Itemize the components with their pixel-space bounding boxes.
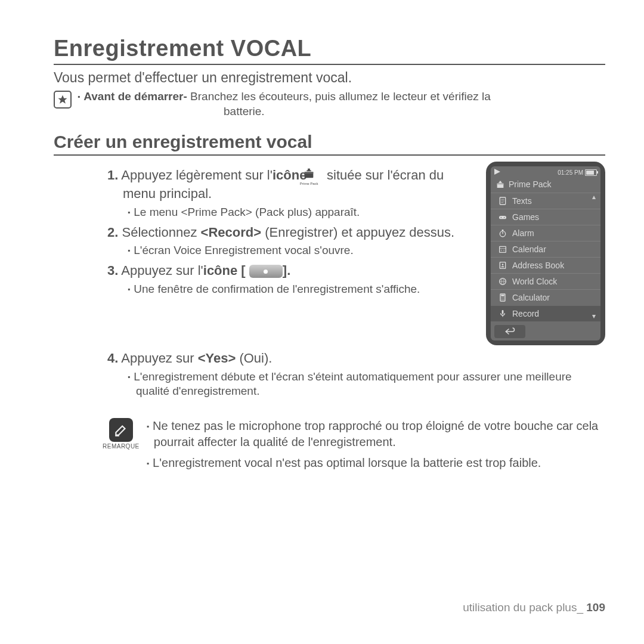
back-button[interactable]: [494, 325, 525, 338]
step-4: 4. Appuyez sur <Yes> (Oui).: [54, 350, 605, 367]
menu-games[interactable]: Games: [491, 209, 600, 225]
svg-marker-5: [494, 169, 500, 175]
menu-texts[interactable]: Texts: [491, 193, 600, 209]
svg-rect-7: [497, 184, 504, 185]
texts-icon: [498, 196, 507, 206]
svg-point-15: [501, 217, 502, 218]
step-2: 2. Sélectionnez <Record> (Enregistrer) e…: [54, 224, 474, 242]
remark-label: REMARQUE: [103, 443, 140, 450]
record-button-icon: [249, 265, 283, 278]
svg-rect-19: [502, 230, 504, 231]
svg-rect-14: [499, 216, 506, 219]
svg-point-31: [501, 298, 501, 298]
gamepad-icon: [498, 212, 507, 222]
svg-point-32: [502, 298, 503, 298]
mic-icon: [498, 309, 507, 318]
svg-point-33: [503, 298, 504, 298]
status-time: 01:25 PM: [558, 169, 583, 176]
svg-rect-20: [500, 247, 506, 253]
gift-icon: [496, 179, 505, 189]
remark-block: REMARQUE Ne tenez pas le microphone trop…: [54, 418, 605, 476]
svg-rect-2: [305, 172, 314, 174]
svg-marker-0: [58, 95, 67, 104]
step-3: 3. Appuyez sur l'icône [ ].: [54, 262, 474, 280]
menu-world-clock[interactable]: World Clock: [491, 273, 600, 289]
menu-alarm[interactable]: Alarm: [491, 225, 600, 241]
status-bar: 01:25 PM: [491, 166, 600, 178]
globe-icon: [498, 277, 507, 286]
stopwatch-icon: [498, 228, 507, 238]
remark-1: Ne tenez pas le microphone trop rapproch…: [147, 418, 605, 450]
menu-calculator[interactable]: Calculator: [491, 289, 600, 305]
menu-calendar[interactable]: Calendar: [491, 241, 600, 257]
step-3-sub: Une fenêtre de confirmation de l'enregis…: [54, 282, 474, 296]
step-1: 1. Appuyez légèrement sur l'icône Prime …: [54, 166, 474, 203]
remark-2: L'enregistrement vocal n'est pas optimal…: [147, 455, 605, 471]
svg-point-34: [501, 299, 501, 300]
menu-address[interactable]: Address Book: [491, 257, 600, 273]
scroll-up-icon: ▴: [592, 194, 598, 200]
calendar-icon: [498, 244, 507, 254]
svg-point-36: [503, 299, 504, 300]
page-title: Enregistrement VOCAL: [54, 36, 605, 65]
address-book-icon: [498, 261, 507, 270]
svg-rect-30: [501, 295, 504, 297]
menu-record[interactable]: Record: [491, 305, 600, 321]
section-title: Créer un enregistrement vocal: [54, 132, 605, 156]
step-2-sub: L'écran Voice Enregistrement vocal s'ouv…: [54, 243, 474, 258]
step-4-sub: L'enregistrement débute et l'écran s'éte…: [54, 370, 605, 398]
intro-text: Vous permet d'effectuer un enregistremen…: [54, 70, 605, 86]
before-start-row: Avant de démarrer- Branchez les écouteur…: [54, 89, 605, 119]
prime-pack-icon: Prime Pack: [313, 166, 321, 185]
svg-rect-4: [307, 171, 311, 172]
before-start-text: Avant de démarrer- Branchez les écouteur…: [78, 89, 491, 119]
calculator-icon: [498, 293, 507, 302]
step-1-sub: Le menu <Prime Pack> (Pack plus) apparaî…: [54, 205, 474, 219]
device-mock: 01:25 PM Prime Pack ▴ Texts: [486, 162, 605, 345]
battery-icon: [585, 169, 597, 176]
star-icon: [54, 91, 72, 109]
screen-title: Prime Pack: [491, 178, 600, 193]
play-icon: [494, 169, 500, 176]
svg-rect-37: [502, 310, 504, 314]
scroll-down-icon: ▾: [592, 313, 598, 319]
svg-point-35: [502, 299, 503, 300]
svg-rect-9: [499, 182, 501, 183]
note-icon: [109, 418, 133, 442]
page-footer: utilisation du pack plus_ 109: [463, 601, 605, 614]
svg-point-25: [502, 264, 504, 266]
svg-point-16: [504, 217, 505, 218]
back-icon: [504, 327, 515, 336]
